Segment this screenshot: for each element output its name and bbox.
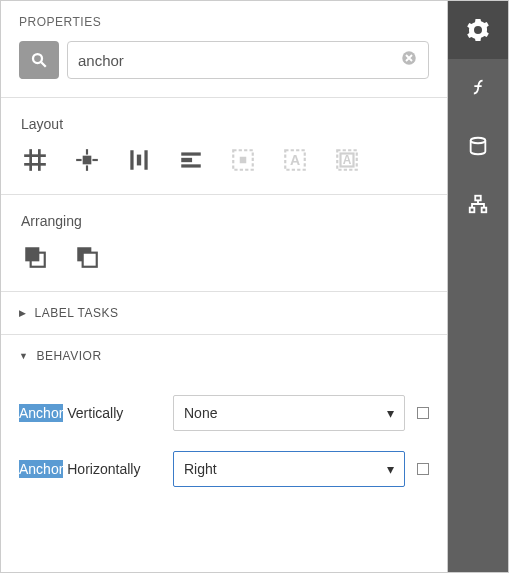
database-icon [467,135,489,157]
highlight-text: Anchor [19,460,63,478]
label-rest: Vertically [63,405,123,421]
svg-rect-31 [470,208,475,213]
svg-rect-14 [137,155,141,166]
right-sidebar [448,1,508,572]
anchor-vertically-select[interactable]: None ▾ [173,395,405,431]
snap-center-icon[interactable] [73,146,101,174]
svg-line-1 [41,62,46,67]
svg-rect-12 [130,150,133,170]
layout-group-title: Layout [1,98,447,146]
chevron-down-icon: ▾ [387,405,394,421]
panel-title: PROPERTIES [1,1,447,29]
sidebar-settings[interactable] [448,1,508,59]
sidebar-functions[interactable] [448,59,508,117]
arranging-group-title: Arranging [1,195,447,243]
fit-text-box-icon[interactable]: A [333,146,361,174]
fit-text-icon[interactable]: A [281,146,309,174]
anchor-horizontally-label: Anchor Horizontally [19,461,161,477]
snap-grid-icon[interactable] [21,146,49,174]
caret-right-icon: ▶ [19,308,27,318]
behavior-title: BEHAVIOR [36,349,101,363]
select-value: Right [184,461,217,477]
anchor-horizontally-checkbox[interactable] [417,463,429,475]
label-rest: Horizontally [63,461,140,477]
fit-bounds-icon[interactable] [229,146,257,174]
svg-rect-19 [240,157,247,164]
search-button[interactable] [19,41,59,79]
svg-rect-9 [86,165,88,170]
svg-rect-32 [482,208,487,213]
sidebar-tree[interactable] [448,175,508,233]
hierarchy-icon [467,193,489,215]
svg-point-29 [471,138,486,144]
svg-text:A: A [343,153,352,167]
svg-point-0 [33,54,42,63]
anchor-horizontally-select[interactable]: Right ▾ [173,451,405,487]
search-input[interactable] [78,52,400,69]
svg-rect-7 [83,156,92,165]
chevron-down-icon: ▾ [387,461,394,477]
svg-rect-11 [92,159,97,161]
label-tasks-accordion[interactable]: ▶ LABEL TASKS [1,291,447,334]
svg-rect-30 [475,196,481,201]
svg-text:A: A [290,152,300,168]
magnifier-icon [30,51,48,69]
behavior-accordion[interactable]: ▼ BEHAVIOR [1,334,447,377]
caret-down-icon: ▼ [19,351,28,361]
sidebar-data[interactable] [448,117,508,175]
svg-rect-17 [181,158,192,162]
svg-rect-8 [86,149,88,154]
function-icon [467,77,489,99]
highlight-text: Anchor [19,404,63,422]
svg-rect-15 [181,152,201,155]
align-left-icon[interactable] [177,146,205,174]
anchor-vertically-checkbox[interactable] [417,407,429,419]
anchor-vertically-label: Anchor Vertically [19,405,161,421]
gear-icon [466,18,490,42]
svg-rect-16 [181,164,201,167]
clear-search-button[interactable] [400,49,418,71]
bring-front-icon[interactable] [21,243,49,271]
anchor-vertically-row: Anchor Vertically None ▾ [19,385,429,441]
clear-icon [400,49,418,67]
svg-rect-13 [144,150,147,170]
search-field-wrap [67,41,429,79]
align-middle-icon[interactable] [125,146,153,174]
svg-rect-10 [76,159,81,161]
svg-rect-26 [25,247,39,261]
label-tasks-title: LABEL TASKS [35,306,119,320]
select-value: None [184,405,217,421]
send-back-icon[interactable] [73,243,101,271]
svg-rect-28 [83,253,97,267]
anchor-horizontally-row: Anchor Horizontally Right ▾ [19,441,429,497]
